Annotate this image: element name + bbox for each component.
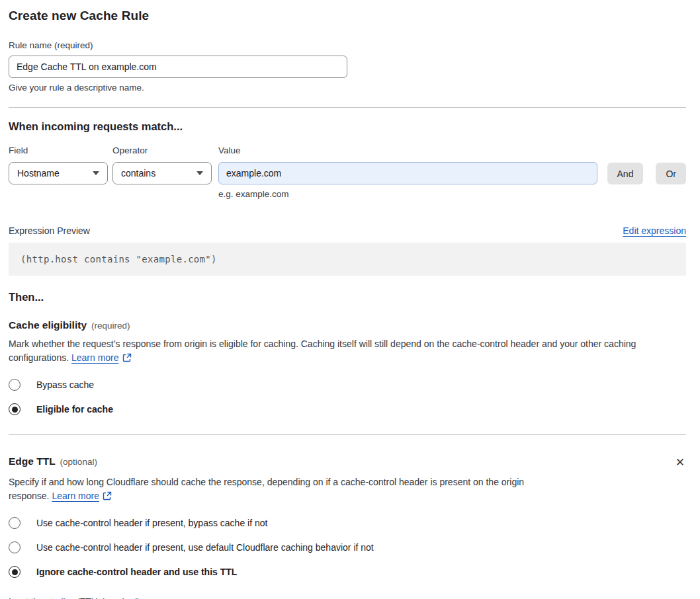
external-link-icon xyxy=(103,491,112,504)
learn-more-link[interactable]: Learn more xyxy=(52,491,99,501)
operator-select-value: contains xyxy=(121,168,155,179)
edge-ttl-header: Edge TTL (optional) ✕ xyxy=(9,456,686,469)
create-cache-rule-form: Create new Cache Rule Rule name (require… xyxy=(9,9,686,599)
value-label: Value xyxy=(218,145,597,155)
expression-preview-code: (http.host contains "example.com") xyxy=(9,243,686,276)
cache-eligibility-header: Cache eligibility (required) xyxy=(9,319,686,331)
cache-eligibility-title: Cache eligibility xyxy=(9,319,87,331)
radio-icon[interactable] xyxy=(9,379,21,391)
field-select[interactable]: Hostname xyxy=(9,162,108,184)
edit-expression-link[interactable]: Edit expression xyxy=(623,225,686,236)
field-select-value: Hostname xyxy=(17,168,60,179)
or-button[interactable]: Or xyxy=(656,163,686,184)
then-heading: Then... xyxy=(9,291,686,303)
and-button[interactable]: And xyxy=(607,163,644,184)
match-section-heading: When incoming requests match... xyxy=(9,120,686,133)
edge-ttl-qualifier: (optional) xyxy=(60,457,97,467)
radio-icon[interactable] xyxy=(9,541,21,553)
radio-eligible-for-cache[interactable]: Eligible for cache xyxy=(9,403,686,415)
rule-name-group: Rule name (required) Give your rule a de… xyxy=(9,40,686,93)
rule-name-helper: Give your rule a descriptive name. xyxy=(9,83,686,93)
page-title: Create new Cache Rule xyxy=(9,9,686,23)
radio-use-header-bypass[interactable]: Use cache-control header if present, byp… xyxy=(9,517,686,529)
operator-select[interactable]: contains xyxy=(112,162,212,184)
field-label: Field xyxy=(9,145,108,155)
edge-ttl-options: Use cache-control header if present, byp… xyxy=(9,517,686,578)
radio-icon[interactable] xyxy=(9,403,21,415)
radio-ignore-header-use-ttl[interactable]: Ignore cache-control header and use this… xyxy=(9,566,686,578)
learn-more-link[interactable]: Learn more xyxy=(71,352,119,363)
match-condition-row: Field Hostname Operator contains Value e… xyxy=(9,145,686,199)
operator-label: Operator xyxy=(112,145,212,155)
edge-ttl-description: Specify if and how long Cloudflare shoul… xyxy=(9,475,538,504)
rule-name-input[interactable] xyxy=(9,56,347,78)
rule-name-label: Rule name (required) xyxy=(9,40,686,50)
expression-preview-label: Expression Preview xyxy=(9,225,90,236)
radio-use-header-default[interactable]: Use cache-control header if present, use… xyxy=(9,541,686,553)
chevron-down-icon xyxy=(197,171,203,175)
divider xyxy=(9,107,686,108)
chevron-down-icon xyxy=(93,171,99,175)
value-input[interactable] xyxy=(218,162,597,184)
cache-eligibility-description: Mark whether the request’s response from… xyxy=(9,337,686,366)
radio-icon[interactable] xyxy=(9,566,21,578)
external-link-icon xyxy=(122,352,132,366)
cache-eligibility-options: Bypass cache Eligible for cache xyxy=(9,379,686,415)
radio-bypass-cache[interactable]: Bypass cache xyxy=(9,379,686,391)
expression-preview-row: Expression Preview Edit expression xyxy=(9,225,686,236)
edge-ttl-title: Edge TTL xyxy=(9,456,56,467)
value-helper: e.g. example.com xyxy=(218,189,597,199)
cache-eligibility-qualifier: (required) xyxy=(91,321,130,331)
ttl-input-label: Input time-to-live (TTL) (required) xyxy=(9,596,686,599)
radio-icon[interactable] xyxy=(9,517,21,529)
divider xyxy=(9,434,686,435)
close-icon[interactable]: ✕ xyxy=(674,456,686,469)
